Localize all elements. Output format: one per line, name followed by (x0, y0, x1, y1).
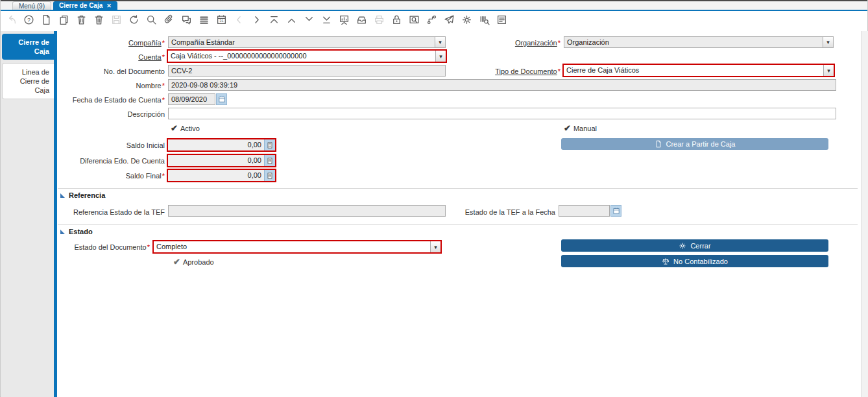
calendar-icon: 31 (216, 14, 227, 28)
collapse-triangle-icon[interactable] (60, 230, 65, 234)
checkbox-checked-icon (171, 123, 178, 133)
calendar-button[interactable] (216, 93, 227, 105)
previous-record-icon (286, 14, 297, 28)
toolbar-calendar-button[interactable]: 31 (215, 15, 228, 27)
workflow-icon (426, 14, 437, 28)
vertical-scrollbar[interactable] (861, 31, 868, 397)
sidebar-tab-cierre-de-caja[interactable]: Cierre de Caja (2, 34, 54, 60)
toolbar-zoom-across-button[interactable] (408, 15, 420, 27)
toolbar-nav-back-button (233, 15, 245, 27)
process-icon (461, 14, 472, 28)
nombre-input: 2020-09-08 09:39:19 (168, 79, 836, 91)
fecha-estado-cuenta-input[interactable]: 08/09/2020 (168, 93, 215, 105)
required-marker: * (162, 39, 165, 47)
toolbar-refresh-button[interactable] (128, 15, 140, 27)
calculator-icon (266, 141, 274, 149)
calculator-button[interactable] (264, 155, 275, 166)
toolbar-last-record-button[interactable] (320, 15, 333, 27)
collapse-triangle-icon[interactable] (60, 193, 65, 198)
toolbar-archive-button[interactable] (356, 15, 368, 27)
crear-a-partir-de-caja-button[interactable]: Crear a Partir de Caja (561, 138, 828, 150)
calculator-button[interactable] (264, 170, 275, 181)
saldo-inicial-input[interactable]: 0,00 (167, 138, 276, 152)
report-icon (339, 14, 350, 28)
cuenta-label[interactable]: Cuenta* (61, 52, 165, 62)
toolbar-new-record-button[interactable] (40, 15, 53, 27)
toolbar-lock-button[interactable] (391, 15, 403, 27)
next-record-icon (304, 14, 315, 28)
nombre-label: Nombre* (61, 80, 165, 91)
checkbox-checked-icon (173, 257, 180, 267)
sidebar-tab-linea-de-cierre-de-caja[interactable]: Linea de Cierre de Caja (2, 63, 54, 99)
calendar-icon (218, 95, 226, 103)
manual-checkbox[interactable]: Manual (564, 123, 597, 133)
toolbar-workflow-button[interactable] (426, 15, 438, 27)
gear-icon (679, 242, 686, 250)
no-contabilizado-button[interactable]: No Contabilizado (561, 255, 828, 267)
lock-icon (391, 14, 402, 28)
toolbar-find-button[interactable] (145, 15, 158, 27)
aprobado-checkbox[interactable]: Aprobado (173, 257, 214, 267)
calendar-button[interactable] (610, 205, 621, 217)
product-info-icon (479, 14, 490, 28)
cerrar-button[interactable]: Cerrar (561, 239, 828, 252)
toolbar-chat-button[interactable] (180, 15, 193, 27)
chevron-down-icon[interactable] (823, 65, 834, 76)
toolbar-copy-record-button[interactable] (58, 15, 70, 27)
toolbar-undo-button (5, 15, 18, 27)
compania-select[interactable]: Compañía Estándar (168, 36, 446, 48)
tab-menu[interactable]: Menú (9) (12, 1, 51, 10)
toolbar-first-record-button[interactable] (268, 15, 280, 27)
compania-label[interactable]: Compañía* (61, 38, 165, 48)
diferencia-edo-cuenta-input[interactable]: 0,00 (167, 154, 276, 167)
zoom-across-icon (409, 14, 420, 28)
required-marker: * (558, 39, 561, 47)
organizacion-label[interactable]: Organización* (457, 38, 561, 48)
referencia-tef-input (168, 205, 446, 217)
toolbar-report-button[interactable] (338, 15, 350, 27)
toolbar-send-request-button[interactable] (443, 15, 455, 27)
calculator-button[interactable] (264, 139, 275, 150)
estado-tef-fecha-input (559, 205, 610, 217)
toolbar-delete-selection-button[interactable] (93, 15, 105, 27)
required-marker: * (162, 96, 165, 104)
undo-icon (6, 14, 17, 28)
saldo-final-input[interactable]: 0,00 (167, 169, 276, 182)
estado-documento-select[interactable]: Completo (152, 240, 442, 254)
toolbar: ?31 (1, 11, 867, 31)
toolbar-help-button[interactable]: ? (23, 15, 35, 27)
toolbar-previous-record-button[interactable] (285, 15, 298, 27)
descripcion-input[interactable] (168, 108, 836, 119)
saldo-final-label: Saldo Final* (61, 171, 165, 181)
toolbar-attachment-button[interactable] (163, 15, 175, 27)
activo-checkbox[interactable]: Activo (171, 123, 200, 133)
section-header-referencia[interactable]: Referencia (60, 191, 105, 199)
toolbar-window-report-button[interactable] (496, 15, 508, 27)
document-icon (655, 140, 662, 148)
cuenta-select[interactable]: Caja Viáticos - --_00000000000000000000 (167, 49, 447, 63)
scales-icon (662, 258, 669, 265)
tipo-documento-select[interactable]: Cierre de Caja Viáticos (562, 64, 835, 77)
section-divider (58, 224, 858, 225)
toolbar-product-info-button[interactable] (478, 15, 490, 27)
help-icon: ? (23, 14, 34, 28)
toolbar-delete-record-button[interactable] (75, 15, 88, 27)
tipo-documento-label[interactable]: Tipo de Documento* (457, 66, 561, 77)
tab-cierre-de-caja[interactable]: Cierre de Caja ✕ (53, 1, 117, 10)
toolbar-next-record-button[interactable] (303, 15, 315, 27)
estado-documento-label: Estado del Documento* (59, 242, 150, 252)
chevron-down-icon[interactable] (435, 51, 446, 62)
close-icon[interactable]: ✕ (106, 3, 112, 9)
chevron-down-icon[interactable] (435, 37, 445, 47)
toolbar-nav-forward-button[interactable] (250, 15, 263, 27)
chevron-down-icon[interactable] (430, 241, 440, 252)
chevron-down-icon[interactable] (823, 37, 833, 47)
toolbar-process-button[interactable] (461, 15, 473, 27)
grid-toggle-icon (199, 14, 210, 28)
window-report-icon (496, 14, 507, 28)
print-icon (374, 14, 385, 28)
section-header-estado[interactable]: Estado (60, 228, 93, 235)
toolbar-grid-toggle-button[interactable] (198, 15, 210, 27)
tab-cierre-de-caja-label: Cierre de Caja (59, 2, 102, 9)
organizacion-select[interactable]: Organización (564, 36, 834, 48)
